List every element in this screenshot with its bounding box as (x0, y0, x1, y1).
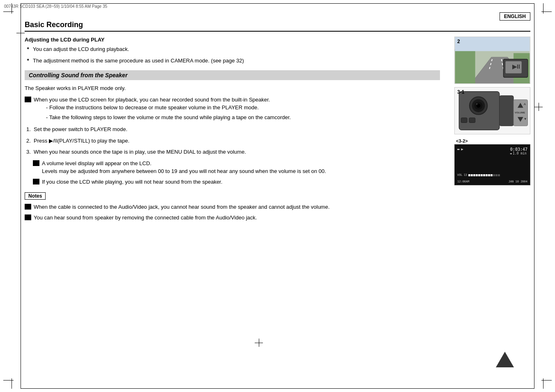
vol-seg (471, 174, 473, 176)
dash-item-2: Take the following steps to lower the vo… (46, 113, 440, 122)
svg-text:▼: ▼ (524, 117, 527, 121)
subsection2-title: Controlling Sound from the Speaker (25, 70, 440, 80)
cam-label-2: 3-1 (457, 89, 464, 95)
notes-item-1-text: When the cable is connected to the Audio… (34, 203, 440, 211)
vol-segments (468, 174, 500, 176)
svg-rect-17 (500, 96, 514, 126)
vol-seg (486, 174, 488, 176)
dash-item-1: Follow the instructions below to decreas… (46, 104, 440, 112)
lcd-tape-icons: ▬ ▶ (457, 147, 463, 151)
num-item-1: 1. Set the power switch to PLAYER mode. (26, 125, 440, 134)
bullet-2: The adjustment method is the same proced… (33, 57, 440, 65)
vol-seg (495, 174, 497, 176)
lcd-top-row: ▬ ▶ 0:03:47 ▬ 1.0 min (457, 147, 527, 155)
vol-seg (468, 174, 470, 176)
main-content: Basic Recording Adjusting the LCD during… (25, 21, 530, 224)
notes-item-1: When the cable is connected to the Audio… (25, 203, 440, 211)
lcd-vol-area: VOL 13 (457, 173, 527, 178)
vol-seg (493, 174, 495, 176)
vol-seg (481, 174, 483, 176)
svg-point-14 (476, 103, 478, 105)
page-number-container: 35 (496, 352, 514, 367)
camera-svg-1: ▶II (455, 37, 530, 83)
lcd-time-display: 0:03:47 (510, 147, 527, 152)
sq-bullet-icon-2 (33, 160, 39, 166)
notes-bullet-icon-1 (25, 204, 31, 210)
cam-label-1: 2 (457, 39, 460, 44)
sq-bullet-content: When you use the LCD screen for playback… (34, 96, 440, 123)
notes-box: Notes (25, 192, 46, 200)
sq-bullet-1: When you use the LCD screen for playback… (25, 96, 440, 123)
svg-rect-16 (469, 118, 475, 123)
camera-image-2: 3-1 (454, 87, 530, 134)
vol-seg (488, 174, 490, 176)
page-number: 35 (493, 374, 498, 380)
svg-text:▶II: ▶II (512, 64, 520, 70)
play-icon: ▶ (461, 147, 463, 151)
svg-text:A: A (524, 102, 526, 106)
num-item-3: 3. When you hear sounds once the tape is… (26, 148, 440, 156)
section-title: Basic Recording (25, 21, 530, 32)
sq-bullet-icon (25, 97, 31, 102)
svg-text:VOLUME: VOLUME (515, 111, 525, 114)
svg-rect-15 (461, 118, 467, 123)
header-text: 00743R SCD103 SEA (28~59) 1/10/04 8:55 A… (4, 4, 107, 9)
sq-sub-bullet-content-2: If you close the LCD while playing, you … (42, 178, 440, 186)
lcd-screen: ▬ ▶ 0:03:47 ▬ 1.0 min (454, 144, 530, 185)
sq-bullet-text: When you use the LCD screen for playback… (34, 96, 440, 104)
vol-seg (476, 174, 478, 176)
camera-svg-2: VOLUME A ▼ (455, 88, 530, 134)
vol-bar-row: VOL 13 (457, 173, 527, 177)
vol-number: 13 (464, 173, 467, 177)
sq-bullet-icon-3 (33, 179, 39, 184)
svg-rect-3 (455, 49, 475, 83)
num-item-2: 2. Press ▶/II(PLAY/STILL) to play the ta… (26, 137, 440, 145)
two-col-layout: Adjusting the LCD during PLAY You can ad… (25, 37, 530, 224)
notes-item-2: You can hear sound from speaker by remov… (25, 214, 440, 222)
notes-item-2-text: You can hear sound from speaker by remov… (34, 214, 440, 222)
sq-sub-bullet-1: A volume level display will appear on th… (33, 159, 440, 175)
vol-label: VOL (457, 173, 463, 177)
tape-icon: ▬ (457, 147, 459, 151)
lcd-display-container: <3-2> ▬ ▶ 0:03:47 ▬ (454, 138, 530, 185)
vol-seg (491, 174, 493, 176)
left-column: Adjusting the LCD during PLAY You can ad… (25, 37, 440, 224)
notes-bullet-icon-2 (25, 214, 31, 220)
bullet-1: You can adjust the LCD during playback. (33, 45, 440, 53)
svg-rect-5 (455, 37, 530, 51)
tape-icon-small: ▬ (510, 152, 512, 155)
subsection1-title: Adjusting the LCD during PLAY (25, 37, 440, 43)
lcd-label: <3-2> (454, 138, 530, 144)
lcd-bottom-row: 12:00AM JAN 10 2004 (457, 180, 527, 183)
sq-sub-bullet-2: If you close the LCD while playing, you … (33, 178, 440, 186)
subsection2-intro: The Speaker works in PLAYER mode only. (25, 84, 440, 92)
camera-image-1: 2 (454, 37, 530, 84)
english-badge: ENGLISH (500, 12, 530, 21)
page-num-wrapper: 35 (496, 352, 514, 367)
page: 00743R SCD103 SEA (28~59) 1/10/04 8:55 A… (0, 0, 555, 392)
sq-sub-bullet-content-1: A volume level display will appear on th… (42, 159, 440, 175)
vol-seg (483, 174, 485, 176)
vol-seg (473, 174, 475, 176)
vol-seg (478, 174, 480, 176)
right-column: 2 (448, 37, 530, 224)
lcd-counter-area: 0:03:47 ▬ 1.0 min (510, 147, 527, 155)
page-num-triangle (496, 352, 514, 367)
lcd-clock: 12:00AM (457, 180, 470, 183)
lcd-date: JAN 10 2004 (509, 180, 527, 183)
vol-seg (498, 174, 500, 176)
lcd-tape-remain: ▬ 1.0 min (510, 152, 527, 155)
